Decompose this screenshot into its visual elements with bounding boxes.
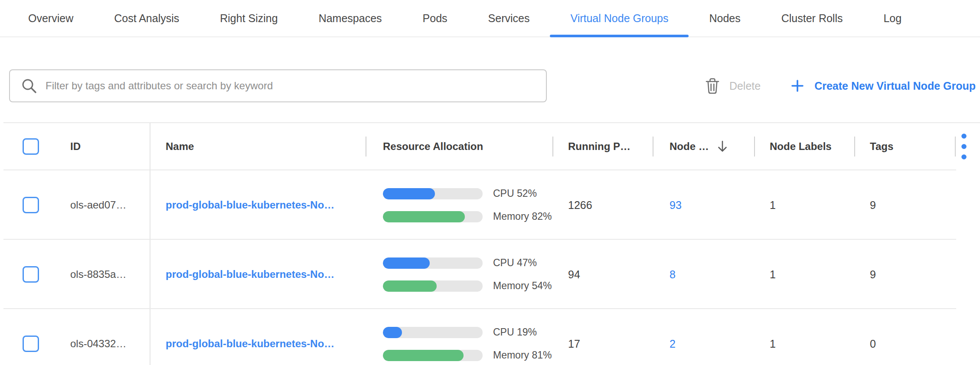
- tab-nodes[interactable]: Nodes: [689, 0, 761, 36]
- memory-bar-fill: [383, 280, 437, 292]
- table-body: ols-aed07… prod-global-blue-kubernetes-N…: [0, 170, 980, 365]
- resource-allocation: CPU 19% Memory 81%: [383, 326, 552, 361]
- vng-name-link[interactable]: prod-global-blue-kubernetes-No…: [166, 268, 334, 280]
- column-header-running-pods[interactable]: Running P…: [568, 140, 630, 153]
- tab-services[interactable]: Services: [468, 0, 550, 36]
- filter-search-box[interactable]: [9, 69, 547, 102]
- tab-cost-analysis[interactable]: Cost Analysis: [94, 0, 199, 36]
- tab-pods[interactable]: Pods: [402, 0, 468, 36]
- running-pods-count: 1266: [568, 199, 592, 212]
- delete-button[interactable]: Delete: [705, 77, 761, 95]
- cpu-label: CPU 19%: [493, 326, 537, 338]
- column-header-tags[interactable]: Tags: [870, 140, 893, 153]
- node-labels-count: 1: [770, 199, 776, 212]
- tab-virtual-node-groups[interactable]: Virtual Node Groups: [550, 0, 689, 36]
- tab-cluster-rolls[interactable]: Cluster Rolls: [761, 0, 863, 36]
- node-labels-count: 1: [770, 338, 776, 350]
- resource-allocation: CPU 47% Memory 54%: [383, 257, 552, 292]
- row-checkbox[interactable]: [23, 336, 39, 352]
- delete-button-label: Delete: [729, 80, 761, 92]
- column-header-resource-allocation[interactable]: Resource Allocation: [383, 140, 483, 153]
- table-row: ols-aed07… prod-global-blue-kubernetes-N…: [0, 170, 980, 240]
- column-header-id[interactable]: ID: [70, 140, 81, 153]
- table-header-row: ID Name Resource Allocation Running P… N…: [0, 123, 980, 169]
- column-header-node-labels[interactable]: Node Labels: [770, 140, 832, 153]
- column-settings-kebab-icon[interactable]: [961, 133, 967, 160]
- tags-count: 9: [870, 199, 876, 212]
- select-all-checkbox[interactable]: [23, 138, 39, 155]
- table-row: ols-8835a… prod-global-blue-kubernetes-N…: [0, 240, 980, 309]
- tab-log[interactable]: Log: [863, 0, 922, 36]
- vng-id: ols-04332…: [70, 338, 126, 350]
- memory-bar-fill: [383, 211, 465, 222]
- tab-namespaces[interactable]: Namespaces: [298, 0, 402, 36]
- memory-bar: [383, 350, 483, 361]
- running-pods-count: 17: [568, 338, 580, 350]
- tab-overview[interactable]: Overview: [8, 0, 94, 36]
- resource-allocation: CPU 52% Memory 82%: [383, 188, 552, 222]
- node-labels-count: 1: [770, 268, 776, 281]
- cpu-bar-fill: [383, 188, 435, 199]
- create-button-label: Create New Virtual Node Group: [814, 80, 976, 92]
- memory-bar-fill: [383, 350, 464, 361]
- search-input[interactable]: [46, 80, 546, 92]
- node-count-link[interactable]: 93: [670, 199, 682, 212]
- vng-name-link[interactable]: prod-global-blue-kubernetes-No…: [166, 338, 334, 350]
- vng-id: ols-8835a…: [70, 268, 126, 280]
- vng-id: ols-aed07…: [70, 199, 126, 211]
- row-checkbox[interactable]: [23, 266, 39, 283]
- cpu-bar: [383, 257, 483, 269]
- cpu-bar: [383, 327, 483, 338]
- cpu-bar-fill: [383, 257, 430, 269]
- top-tab-bar: Overview Cost Analysis Right Sizing Name…: [0, 0, 980, 37]
- memory-bar: [383, 211, 483, 222]
- row-checkbox[interactable]: [23, 197, 39, 213]
- trash-icon: [705, 77, 720, 95]
- column-header-name[interactable]: Name: [166, 140, 194, 153]
- memory-label: Memory 54%: [493, 280, 552, 292]
- sort-descending-arrow-icon[interactable]: [717, 140, 728, 153]
- running-pods-count: 94: [568, 268, 580, 281]
- cpu-bar: [383, 188, 483, 199]
- table-row: ols-04332… prod-global-blue-kubernetes-N…: [0, 309, 980, 365]
- tags-count: 0: [870, 338, 876, 350]
- cpu-label: CPU 47%: [493, 257, 537, 269]
- cpu-bar-fill: [383, 327, 402, 338]
- toolbar-actions: Delete Create New Virtual Node Group: [705, 69, 976, 102]
- node-count-link[interactable]: 8: [670, 268, 676, 281]
- memory-bar: [383, 280, 483, 292]
- memory-label: Memory 81%: [493, 349, 552, 361]
- node-count-link[interactable]: 2: [670, 338, 676, 350]
- create-virtual-node-group-button[interactable]: Create New Virtual Node Group: [791, 79, 976, 92]
- plus-icon: [791, 79, 804, 92]
- vng-name-link[interactable]: prod-global-blue-kubernetes-No…: [166, 199, 334, 211]
- tags-count: 9: [870, 268, 876, 281]
- column-header-nodes[interactable]: Node …: [670, 140, 709, 153]
- tab-right-sizing[interactable]: Right Sizing: [199, 0, 298, 36]
- search-icon: [21, 78, 37, 94]
- memory-label: Memory 82%: [493, 211, 552, 222]
- cpu-label: CPU 52%: [493, 188, 537, 199]
